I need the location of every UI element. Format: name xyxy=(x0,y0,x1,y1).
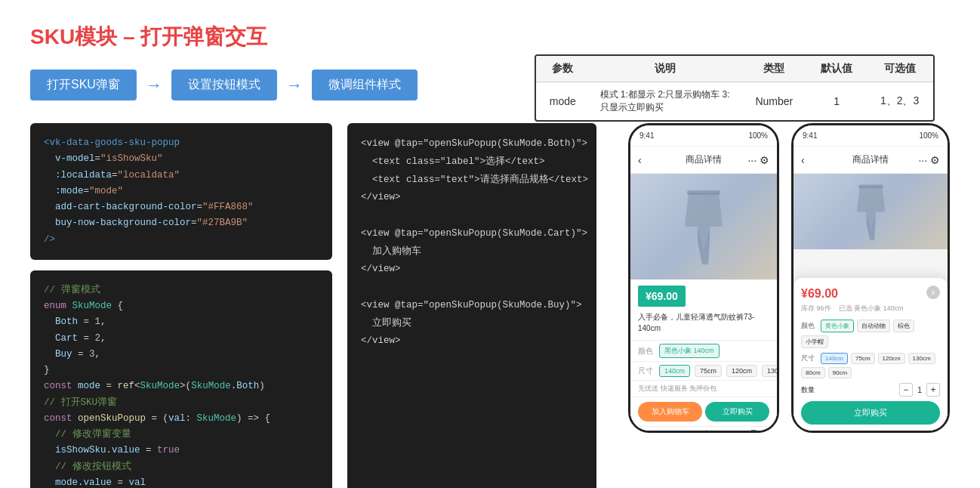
phone2-popup-price: ¥69.00 xyxy=(801,287,940,301)
phone1-size-row: 尺寸 140cm 75cm 120cm 130cm xyxy=(630,361,777,380)
phone1-color-label: 颜色 xyxy=(638,346,655,357)
phone2-pants-illustration xyxy=(854,184,888,240)
svg-rect-0 xyxy=(687,190,720,195)
phone1-body: ¥69.00 入手必备，儿童轻薄透气防蚊裤73-140cm 颜色 黑色小象 14… xyxy=(630,174,777,431)
col-header-param: 参数 xyxy=(536,56,590,82)
phone1-action-bar: 加入购物车 立即购买 xyxy=(630,397,777,426)
phone1-nav-icons: ··· ⚙ xyxy=(747,154,769,166)
col-header-default: 默认值 xyxy=(807,56,866,82)
col-header-type: 类型 xyxy=(741,56,807,82)
main-area: <vk-data-goods-sku-popup v-model="isShow… xyxy=(30,123,950,488)
phone2-battery: 100% xyxy=(919,131,938,140)
table-row: mode 模式 1:都显示 2:只显示购物车 3:只显示立即购买 Number … xyxy=(536,82,933,121)
phone1-size-label: 尺寸 xyxy=(638,366,655,376)
phone-mockup-1: 9:41 100% ‹ 商品详情 ··· ⚙ xyxy=(628,123,779,433)
phone2-qty-label: 数量 xyxy=(801,385,815,395)
phone1-shipping: 无优送 快递服务 免押份包 xyxy=(630,380,777,397)
phone1-bottom-nav: ♡收藏 🛒购物车 💬客服 xyxy=(630,426,777,431)
col-header-options: 可选值 xyxy=(866,56,933,82)
phone2-qty-plus[interactable]: + xyxy=(926,383,940,397)
phone1-size-4[interactable]: 130cm xyxy=(762,365,777,377)
svg-rect-1 xyxy=(858,184,883,188)
phone1-navbar: ‹ 商品详情 ··· ⚙ xyxy=(630,147,777,174)
phone1-desc: 入手必备，儿童轻薄透气防蚊裤73-140cm xyxy=(638,311,769,334)
cell-type: Number xyxy=(741,82,807,121)
flow-step-3[interactable]: 微调组件样式 xyxy=(312,69,418,100)
phone2-color-label: 颜色 xyxy=(801,321,815,331)
code-block-1: <vk-data-goods-sku-popup v-model="isShow… xyxy=(30,123,332,260)
phone2-product-image xyxy=(794,174,948,249)
phone1-status-bar: 9:41 100% xyxy=(630,125,777,147)
phone2-qty-value: 1 xyxy=(917,385,922,394)
cell-param: mode xyxy=(536,82,590,121)
phone2-color-chip-2[interactable]: 自动动物 xyxy=(857,320,890,332)
phone2-body: × ¥69.00 库存 96件 已选 黄色小象 140cm 颜色 黄色小象 xyxy=(794,174,948,431)
phone2-nav-icons: ··· ⚙ xyxy=(918,154,940,166)
phone2-popup-buy-btn[interactable]: 立即购买 xyxy=(801,401,940,425)
phone2-back-icon[interactable]: ‹ xyxy=(801,154,805,166)
phone2-color-row: 颜色 黄色小象 自动动物 棕色 小学帽 xyxy=(801,320,940,348)
code-block-3: <view @tap="openSkuPopup(SkuMode.Both)">… xyxy=(347,123,596,488)
phone2-size-chip-4[interactable]: 130cm xyxy=(908,353,935,364)
col-header-desc: 说明 xyxy=(590,56,741,82)
phone2-qty-minus[interactable]: − xyxy=(899,383,913,397)
phone2-close-btn[interactable]: × xyxy=(926,286,940,299)
phone1-size-selected[interactable]: 140cm xyxy=(659,365,690,377)
phone-mockup-2: 9:41 100% ‹ 商品详情 ··· ⚙ xyxy=(791,123,950,433)
phone1-btn-buy[interactable]: 立即购买 xyxy=(705,402,769,422)
phone1-product-image xyxy=(630,174,777,280)
phone2-navbar: ‹ 商品详情 ··· ⚙ xyxy=(794,147,948,174)
phone1-product-info: ¥69.00 入手必备，儿童轻薄透气防蚊裤73-140cm xyxy=(630,280,777,340)
phone1-nav-service[interactable]: 💬客服 xyxy=(747,430,760,431)
phone2-size-chip-1[interactable]: 140cm xyxy=(821,353,848,364)
phone2-color-chip-3[interactable]: 棕色 xyxy=(893,320,914,332)
phone1-nav-title: 商品详情 xyxy=(686,153,722,166)
phone2-size-chip-3[interactable]: 120cm xyxy=(878,353,905,364)
phone2-size-label: 尺寸 xyxy=(801,354,815,363)
phone2-popup: × ¥69.00 库存 96件 已选 黄色小象 140cm 颜色 黄色小象 xyxy=(794,278,948,431)
params-table-wrap: 参数 说明 类型 默认值 可选值 mode 模式 1:都显示 2:只显示购物车 … xyxy=(535,54,935,122)
flow-step-2[interactable]: 设置按钮模式 xyxy=(171,69,277,100)
cell-desc: 模式 1:都显示 2:只显示购物车 3:只显示立即购买 xyxy=(590,82,741,121)
phone2-size-chip-6[interactable]: 90cm xyxy=(828,367,852,378)
phone2-size-chip-2[interactable]: 75cm xyxy=(851,353,875,364)
flow-arrow-2: → xyxy=(286,76,303,95)
phone2-size-chip-5[interactable]: 80cm xyxy=(801,367,825,378)
pants-illustration xyxy=(681,189,726,264)
phone1-size-2[interactable]: 75cm xyxy=(695,365,722,377)
code-block-2: // 弹窗模式 enum SkuMode { Both = 1, Cart = … xyxy=(30,270,332,488)
phone1-color-row: 颜色 黑色小象 140cm xyxy=(630,340,777,361)
page-title: SKU模块 – 打开弹窗交互 xyxy=(30,23,950,51)
phone2-popup-stock: 库存 96件 已选 黄色小象 140cm xyxy=(801,304,940,313)
cell-options: 1、2、3 xyxy=(866,82,933,121)
params-table: 参数 说明 类型 默认值 可选值 mode 模式 1:都显示 2:只显示购物车 … xyxy=(536,56,933,120)
flow-arrow-1: → xyxy=(146,76,162,95)
phones-area: 9:41 100% ‹ 商品详情 ··· ⚙ xyxy=(612,123,950,488)
phone2-nav-title: 商品详情 xyxy=(852,153,889,166)
code-section-left: <vk-data-goods-sku-popup v-model="isShow… xyxy=(30,123,332,488)
phone2-qty-ctrl: − 1 + xyxy=(899,383,940,397)
phone2-time: 9:41 xyxy=(803,131,817,140)
phone1-nav-cart[interactable]: 🛒购物车 xyxy=(695,430,713,431)
phone1-color-selected[interactable]: 黑色小象 140cm xyxy=(659,344,720,358)
phone1-size-3[interactable]: 120cm xyxy=(726,365,757,377)
cell-default: 1 xyxy=(807,82,866,121)
phone1-nav-favorite[interactable]: ♡收藏 xyxy=(648,430,660,431)
phone1-price: ¥69.00 xyxy=(638,286,686,307)
phone1-btn-cart[interactable]: 加入购物车 xyxy=(638,402,702,422)
back-icon[interactable]: ‹ xyxy=(638,154,642,166)
phone1-battery: 100% xyxy=(748,131,768,140)
flow-step-1[interactable]: 打开SKU弹窗 xyxy=(30,69,137,100)
phone2-color-chip-1[interactable]: 黄色小象 xyxy=(821,320,854,332)
phone2-status-bar: 9:41 100% xyxy=(794,125,948,147)
phone2-color-chip-4[interactable]: 小学帽 xyxy=(801,335,828,348)
phone2-qty-row: 数量 − 1 + xyxy=(801,383,940,397)
phone2-size-row: 尺寸 140cm 75cm 120cm 130cm 80cm 90cm xyxy=(801,353,940,378)
phone1-time: 9:41 xyxy=(639,131,654,140)
page: SKU模块 – 打开弹窗交互 打开SKU弹窗 → 设置按钮模式 → 微调组件样式… xyxy=(0,0,980,488)
